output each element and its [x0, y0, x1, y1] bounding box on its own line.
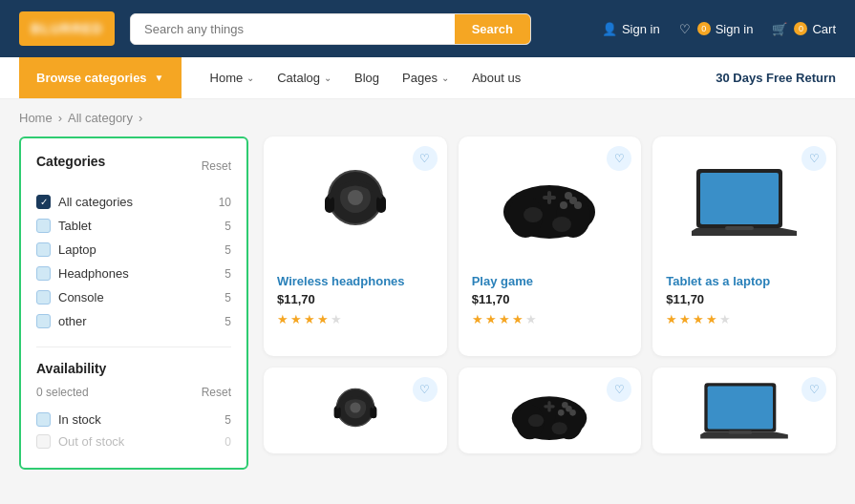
search-button[interactable]: Search [455, 14, 530, 44]
category-checkbox-console[interactable] [36, 290, 51, 304]
category-item[interactable]: Headphones 5 [36, 262, 231, 285]
product-card: ♡ Wireless headphones $11,70 ★ ★ ★ ★ ★ [264, 136, 447, 356]
wishlist-button[interactable]: ♡ [413, 146, 438, 171]
nav-about[interactable]: About us [462, 57, 530, 98]
product-price: $11,70 [666, 292, 823, 306]
logo: BLURRED [19, 11, 115, 46]
product-image [277, 150, 434, 264]
divider [36, 346, 231, 347]
category-count: 5 [224, 243, 231, 257]
signin-action-1[interactable]: 👤 Sign in [602, 22, 660, 36]
availability-header: Availability [36, 361, 231, 376]
product-name: Tablet as a laptop [666, 274, 823, 288]
nav-pages[interactable]: Pages ⌄ [393, 57, 459, 98]
category-count: 5 [224, 291, 231, 304]
availability-item[interactable]: Out of stock 0 [36, 430, 231, 452]
svg-point-33 [528, 414, 544, 427]
star: ★ [304, 312, 315, 326]
category-item[interactable]: Console 5 [36, 285, 231, 309]
star: ★ [512, 312, 524, 326]
category-checkbox-laptop[interactable] [36, 242, 51, 257]
chevron-down-icon: ⌄ [441, 73, 449, 83]
instock-label: In stock [58, 412, 217, 427]
breadcrumb-current[interactable]: All category [68, 111, 133, 125]
breadcrumb-separator-2: › [139, 111, 142, 125]
outofstock-label: Out of stock [58, 434, 217, 449]
wishlist-button[interactable]: ♡ [607, 146, 631, 171]
wishlist-action[interactable]: ♡ 0 Sign in [679, 22, 754, 36]
instock-count: 5 [224, 413, 231, 427]
product-stars: ★ ★ ★ ★ ★ [472, 312, 629, 326]
wishlist-button[interactable]: ♡ [802, 146, 826, 171]
wishlist-button[interactable]: ♡ [413, 377, 438, 402]
product-price: $11,70 [472, 292, 629, 306]
star: ★ [679, 312, 691, 326]
category-checkbox-other[interactable] [36, 314, 51, 328]
categories-reset[interactable]: Reset [202, 159, 231, 173]
heart-icon: ♡ [679, 22, 691, 36]
product-name: Play game [472, 274, 629, 288]
categories-title: Categories [36, 154, 105, 169]
signin-label-2: Sign in [716, 22, 754, 36]
cart-badge: 0 [794, 22, 807, 35]
svg-point-31 [563, 402, 569, 409]
category-item[interactable]: Tablet 5 [36, 214, 231, 238]
svg-point-23 [350, 402, 360, 412]
star: ★ [317, 312, 329, 326]
category-checkbox-headphones[interactable] [36, 266, 51, 281]
product-image [472, 150, 629, 264]
availability-title: Availability [36, 361, 106, 376]
product-stars: ★ ★ ★ ★ ★ [666, 312, 823, 326]
category-count: 5 [224, 315, 231, 328]
svg-rect-18 [725, 226, 754, 230]
svg-rect-9 [547, 191, 551, 204]
category-item[interactable]: other 5 [36, 309, 231, 333]
product-card: ♡ [264, 368, 447, 453]
availability-item[interactable]: In stock 5 [36, 409, 231, 430]
categories-header: Categories Reset [36, 154, 231, 178]
chevron-down-icon: ⌄ [324, 73, 331, 83]
svg-rect-36 [708, 386, 773, 429]
header: BLURRED Search 👤 Sign in ♡ 0 Sign in 🛒 0… [0, 0, 855, 57]
nav-blog[interactable]: Blog [345, 57, 389, 98]
wishlist-button[interactable]: ♡ [802, 377, 826, 402]
category-checkbox-all[interactable] [36, 195, 51, 209]
breadcrumb-home[interactable]: Home [19, 111, 53, 125]
wishlist-badge: 0 [697, 22, 711, 35]
navigation: Browse categories ▼ Home ⌄ Catalog ⌄ Blo… [0, 57, 855, 99]
free-return-label: 30 Days Free Return [716, 71, 836, 85]
product-stars: ★ ★ ★ ★ ★ [277, 312, 434, 326]
wishlist-button[interactable]: ♡ [607, 377, 631, 402]
product-image [666, 150, 823, 264]
laptop-image [687, 164, 802, 250]
category-item[interactable]: All categories 10 [36, 190, 231, 214]
category-item[interactable]: Laptop 5 [36, 238, 231, 262]
nav-catalog[interactable]: Catalog ⌄ [267, 57, 341, 98]
search-input[interactable] [131, 14, 455, 44]
user-icon: 👤 [602, 22, 617, 36]
star: ★ [290, 312, 302, 326]
category-name: Headphones [58, 266, 217, 281]
svg-point-29 [558, 410, 565, 416]
browse-categories-button[interactable]: Browse categories ▼ [19, 57, 182, 98]
availability-reset[interactable]: Reset [202, 386, 231, 399]
instock-checkbox[interactable] [36, 412, 51, 427]
svg-point-14 [524, 207, 543, 222]
nav-home[interactable]: Home ⌄ [201, 57, 265, 98]
star: ★ [499, 312, 510, 326]
outofstock-checkbox[interactable] [36, 434, 51, 449]
svg-rect-17 [700, 173, 779, 224]
gamepad-image [497, 169, 602, 245]
category-name: other [58, 314, 217, 328]
category-name: All categories [58, 195, 211, 209]
category-count: 5 [224, 220, 231, 233]
star: ★ [525, 312, 537, 326]
product-image [277, 381, 434, 448]
cart-action[interactable]: 🛒 0 Cart [772, 22, 836, 36]
category-count: 10 [219, 196, 231, 209]
category-count: 5 [224, 267, 231, 281]
svg-point-4 [348, 190, 363, 205]
svg-rect-28 [548, 401, 551, 411]
product-image [472, 381, 629, 448]
category-checkbox-tablet[interactable] [36, 219, 51, 233]
